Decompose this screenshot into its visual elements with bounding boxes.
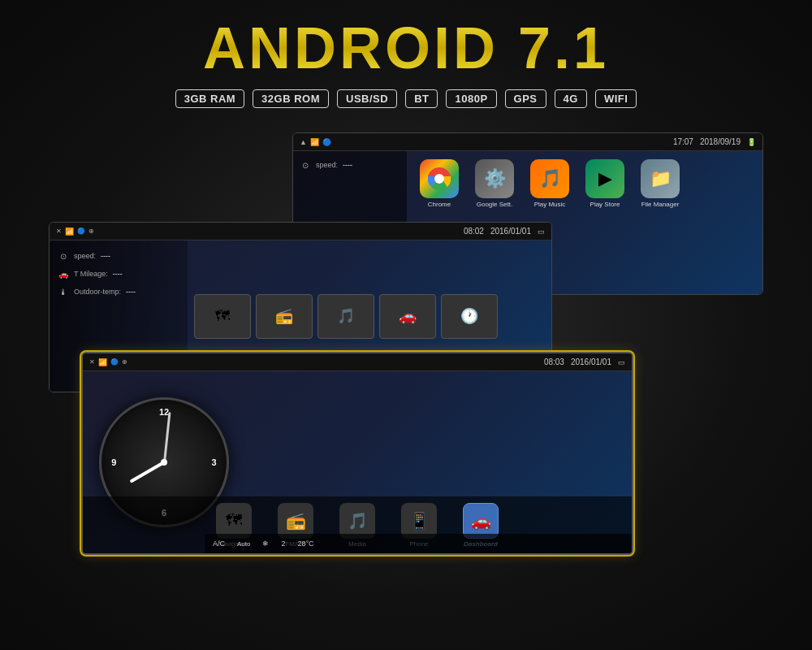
spec-gps: GPS	[505, 89, 546, 108]
clock-center	[161, 459, 167, 466]
spec-1080p: 1080P	[446, 89, 496, 108]
spec-4g: 4G	[555, 89, 587, 108]
screen-front-header: ✕ 📶 🔵 ⊕ 08:03 2016/01/01 ▭	[83, 353, 632, 371]
gsettings-label: Google Sett.	[477, 201, 512, 209]
chrome-icon	[420, 159, 459, 198]
spec-rom: 32GB ROM	[253, 89, 329, 108]
front-status-icons: ✕ 📶 🔵 ⊕	[89, 358, 127, 366]
screen-back-header: ▲ 📶 🔵 17:07 2018/09/19 🔋	[293, 133, 762, 151]
navigation-icon: 🗺	[216, 503, 252, 539]
filemanager-label: File Manager	[641, 201, 680, 209]
status-icons: ▲ 📶 🔵	[300, 138, 331, 146]
ac-auto: Auto	[237, 540, 250, 548]
mid-time-date: 08:02 2016/01/01 ▭	[464, 227, 545, 236]
mid-date: 2016/01/01	[490, 227, 531, 236]
fan-icon: ❄	[262, 540, 269, 548]
clock-num-3: 3	[212, 457, 217, 467]
mid-speed-row: ⊙ speed: ----	[58, 250, 179, 262]
playmusic-icon: 🎵	[530, 159, 569, 198]
back-date: 2018/09/19	[700, 137, 741, 146]
minute-hand	[163, 412, 171, 462]
svg-point-2	[435, 175, 443, 183]
spec-wifi: WIFI	[595, 89, 637, 108]
mid-car-icon: 🚗	[58, 268, 69, 280]
ac-bar: A/C Auto ❄ 2 28°C	[205, 534, 632, 553]
playmusic-label: Play Music	[534, 201, 566, 209]
thumb-music: 🎵	[317, 294, 374, 339]
thumb-clock: 🕐	[441, 294, 498, 339]
clock-num-9: 9	[111, 457, 116, 467]
app-gsettings[interactable]: ⚙️ Google Sett.	[470, 159, 519, 209]
speed-row: ⊙ speed: ----	[300, 159, 400, 171]
spec-ram: 3GB RAM	[175, 89, 244, 108]
app-chrome[interactable]: Chrome	[415, 159, 464, 209]
mid-status-icons: ✕ 📶 🔵 ⊕	[56, 228, 94, 236]
mid-temp-row: 🌡 Outdoor-temp: ----	[58, 286, 179, 297]
main-title: ANDROID 7.1	[203, 15, 609, 81]
thumb-radio: 📻	[256, 294, 313, 339]
time-date: 17:07 2018/09/19 🔋	[673, 137, 756, 146]
app-playmusic[interactable]: 🎵 Play Music	[525, 159, 574, 209]
mid-time: 08:02	[464, 227, 484, 236]
app-filemanager[interactable]: 📁 File Manager	[636, 159, 685, 209]
mid-speed-icon: ⊙	[58, 250, 69, 262]
screen-mid-header: ✕ 📶 🔵 ⊕ 08:02 2016/01/01 ▭	[50, 223, 551, 240]
playstore-icon: ▶	[585, 159, 624, 198]
phone-icon: 📱	[401, 503, 437, 539]
screen-front: ✕ 📶 🔵 ⊕ 08:03 2016/01/01 ▭ 12 3 6	[81, 352, 633, 555]
thumb-car: 🚗	[379, 294, 436, 339]
playstore-label: Play Store	[590, 201, 620, 209]
back-time: 17:07	[673, 137, 693, 146]
hour-hand	[129, 461, 165, 483]
spec-bt: BT	[405, 89, 438, 108]
screens-area: ▲ 📶 🔵 17:07 2018/09/19 🔋 ⊙ speed: ----	[0, 124, 812, 579]
temp-value: 28°C	[298, 540, 314, 548]
filemanager-icon: 📁	[641, 159, 680, 198]
mid-mileage-row: 🚗 T Mileage: ----	[58, 268, 179, 280]
front-time-date: 08:03 2016/01/01 ▭	[544, 358, 625, 366]
front-date: 2016/01/01	[571, 358, 611, 366]
mid-temp-icon: 🌡	[58, 286, 69, 297]
front-time: 08:03	[544, 358, 564, 366]
media-icon: 🎵	[339, 503, 375, 539]
screen-front-body: 12 3 6 9 🗺 Navigation	[83, 371, 632, 553]
title-section: ANDROID 7.1	[0, 0, 812, 81]
app-playstore[interactable]: ▶ Play Store	[581, 159, 629, 209]
thumb-map: 🗺	[194, 294, 251, 339]
fan-value: 2	[281, 540, 285, 548]
fmcd-icon: 📻	[278, 503, 313, 539]
gsettings-icon: ⚙️	[475, 159, 514, 198]
ac-label: A/C	[213, 540, 225, 548]
dashboard-icon: 🚗	[463, 503, 499, 539]
specs-row: 3GB RAM 32GB ROM USB/SD BT 1080P GPS 4G …	[0, 89, 812, 108]
speed-icon: ⊙	[300, 159, 311, 171]
chrome-label: Chrome	[428, 201, 451, 209]
spec-usb: USB/SD	[337, 89, 397, 108]
